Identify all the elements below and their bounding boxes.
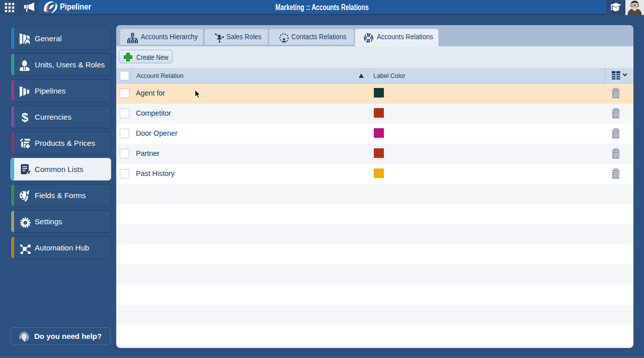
svg-text:$: $ [22, 111, 29, 123]
